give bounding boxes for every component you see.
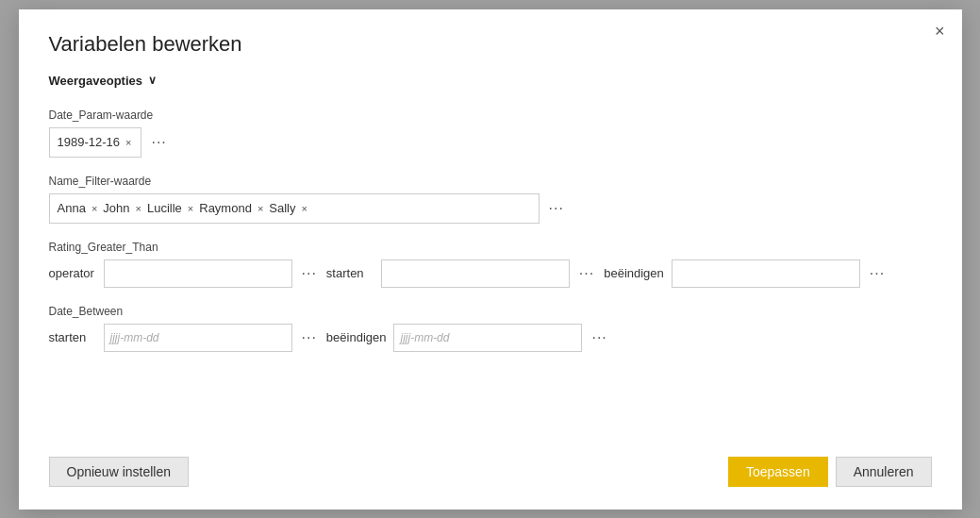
chevron-down-icon: ∨ bbox=[148, 74, 157, 87]
rating-label: Rating_Greater_Than bbox=[49, 241, 932, 254]
display-options-label: Weergaveopties bbox=[49, 74, 142, 88]
name-filter-tag: Anna × bbox=[58, 201, 100, 215]
date-between-label: Date_Between bbox=[49, 305, 932, 318]
name-filter-tag: Raymond × bbox=[199, 201, 265, 215]
date-between-start-label: starten bbox=[49, 330, 96, 344]
close-button[interactable]: × bbox=[935, 23, 945, 40]
date-between-start-placeholder: jjjj-mm-dd bbox=[110, 331, 159, 344]
name-filter-label: Name_Filter-waarde bbox=[49, 175, 932, 188]
dialog: × Variabelen bewerken Weergaveopties ∨ D… bbox=[19, 9, 962, 510]
name-filter-tag-remove-btn[interactable]: × bbox=[134, 203, 143, 214]
footer: Opnieuw instellen Toepassen Annuleren bbox=[49, 438, 932, 487]
reset-button[interactable]: Opnieuw instellen bbox=[49, 457, 190, 487]
rating-operator-ellipsis-btn[interactable]: ··· bbox=[300, 265, 319, 282]
rating-end-ellipsis-btn[interactable]: ··· bbox=[868, 265, 887, 282]
name-filter-tag-remove-btn[interactable]: × bbox=[300, 203, 309, 214]
rating-start-ellipsis-btn[interactable]: ··· bbox=[577, 265, 596, 282]
operator-label: operator bbox=[49, 266, 96, 280]
date-between-row: starten jjjj-mm-dd ··· beëindigen jjjj-m… bbox=[49, 324, 932, 352]
date-between-start-ellipsis-btn[interactable]: ··· bbox=[300, 329, 319, 346]
footer-right-buttons: Toepassen Annuleren bbox=[728, 457, 932, 487]
name-filter-tag-remove-btn[interactable]: × bbox=[186, 203, 195, 214]
rating-end-label: beëindigen bbox=[604, 266, 664, 280]
name-filter-row: Anna ×John ×Lucille ×Raymond ×Sally × ··… bbox=[49, 193, 932, 224]
display-options-toggle[interactable]: Weergaveopties ∨ bbox=[49, 74, 932, 88]
date-between-end-label: beëindigen bbox=[326, 330, 387, 344]
date-param-tag: 1989-12-16 × bbox=[58, 135, 134, 149]
dialog-title: Variabelen bewerken bbox=[49, 32, 932, 57]
date-between-end-placeholder: jjjj-mm-dd bbox=[400, 331, 449, 344]
name-filter-tag: John × bbox=[103, 201, 143, 215]
rating-start-input[interactable] bbox=[381, 259, 570, 288]
date-between-end-input[interactable]: jjjj-mm-dd bbox=[393, 324, 582, 352]
date-between-start-input[interactable]: jjjj-mm-dd bbox=[104, 324, 292, 352]
name-filter-section: Name_Filter-waarde Anna ×John ×Lucille ×… bbox=[49, 175, 932, 224]
date-between-end-ellipsis-btn[interactable]: ··· bbox=[590, 329, 608, 346]
date-param-label: Date_Param-waarde bbox=[49, 109, 932, 122]
apply-button[interactable]: Toepassen bbox=[728, 457, 828, 487]
date-param-row: 1989-12-16 × ··· bbox=[49, 127, 932, 158]
date-between-section: Date_Between starten jjjj-mm-dd ··· beëi… bbox=[49, 305, 932, 352]
name-filter-ellipsis-btn[interactable]: ··· bbox=[547, 200, 566, 217]
cancel-button[interactable]: Annuleren bbox=[836, 457, 932, 487]
name-filter-input[interactable]: Anna ×John ×Lucille ×Raymond ×Sally × bbox=[49, 193, 540, 224]
name-filter-tag: Sally × bbox=[269, 201, 309, 215]
name-filter-tag-remove-btn[interactable]: × bbox=[256, 203, 265, 214]
name-filter-tag: Lucille × bbox=[147, 201, 195, 215]
date-param-remove-btn[interactable]: × bbox=[124, 137, 133, 148]
date-param-input[interactable]: 1989-12-16 × bbox=[49, 127, 142, 158]
date-param-ellipsis-btn[interactable]: ··· bbox=[149, 134, 168, 151]
rating-row: operator ··· starten ··· beëindigen ··· bbox=[49, 259, 932, 288]
name-filter-tag-remove-btn[interactable]: × bbox=[90, 203, 99, 214]
rating-operator-input[interactable] bbox=[104, 259, 292, 288]
rating-section: Rating_Greater_Than operator ··· starten… bbox=[49, 241, 932, 288]
rating-start-label: starten bbox=[326, 266, 374, 280]
date-param-section: Date_Param-waarde 1989-12-16 × ··· bbox=[49, 109, 932, 158]
rating-end-input[interactable] bbox=[672, 259, 860, 288]
